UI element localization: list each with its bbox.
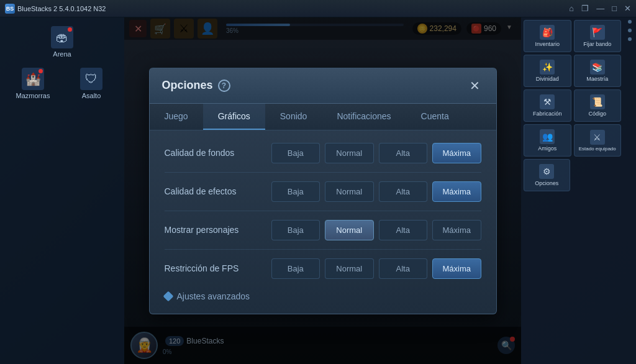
rp-estado-btn[interactable]: ⚔ Estado equipado	[574, 124, 622, 157]
window-copy-btn[interactable]: ❐	[581, 4, 589, 13]
setting-row-personajes: Mostrar personajes Baja Normal Alta Máxi…	[165, 220, 481, 240]
rp-fijar-wrap: 🚩 Fijar bando	[574, 20, 622, 52]
advanced-diamond-icon	[163, 291, 173, 301]
rp-fabricacion-btn[interactable]: ⚒ Fabricación	[524, 89, 571, 122]
mazmorras-icon: 🏰	[22, 68, 44, 90]
app-logo: BS BlueStacks 2 5.4.0.1042 N32	[5, 4, 106, 14]
tab-sonido[interactable]: Sonido	[265, 104, 322, 130]
rp-row-5: ⚙ Opciones	[524, 159, 621, 191]
rp-codigo-btn[interactable]: 📜 Código	[574, 89, 622, 122]
tab-notificaciones[interactable]: Notificaciones	[322, 104, 406, 130]
personajes-normal-btn[interactable]: Normal	[325, 220, 374, 240]
window-maximize-btn[interactable]: □	[612, 4, 617, 13]
divider-1	[165, 172, 481, 173]
efectos-alta-btn[interactable]: Alta	[379, 181, 428, 202]
personajes-maxima-btn[interactable]: Máxima	[432, 220, 481, 240]
rp-amigos-label: Amigos	[538, 145, 556, 152]
main-area: 🏟 Arena 🏰 Mazmorras 🛡 Asalto	[0, 17, 636, 364]
setting-row-fps: Restricción de FPS Baja Normal Alta Máxi…	[165, 258, 481, 279]
modal-header: Opciones ? ✕	[150, 68, 496, 104]
sidebar-item-label-mazmorras: Mazmorras	[16, 92, 50, 99]
app-title: BlueStacks 2 5.4.0.1042 N32	[17, 5, 106, 12]
rp-estado-label: Estado equipado	[579, 146, 616, 152]
rp-opciones-wrap: ⚙ Opciones	[524, 159, 621, 191]
left-sidebar: 🏟 Arena 🏰 Mazmorras 🛡 Asalto	[0, 17, 124, 364]
sidebar-dot-3	[628, 37, 632, 41]
rp-fabricacion-wrap: ⚒ Fabricación	[524, 89, 571, 122]
rp-amigos-btn[interactable]: 👥 Amigos	[524, 124, 571, 157]
modal-title-text: Opciones	[162, 79, 213, 92]
sidebar-item-arena[interactable]: 🏟 Arena	[34, 22, 90, 61]
window-minimize-btn[interactable]: —	[596, 4, 604, 13]
rp-maestria-wrap: 📚 Maestría	[574, 55, 622, 87]
rp-divinidad-wrap: ✨ Divinidad	[524, 55, 571, 87]
fondos-normal-btn[interactable]: Normal	[325, 143, 374, 163]
modal-help-button[interactable]: ?	[218, 80, 230, 92]
rp-inventario-wrap: 🎒 Inventario	[524, 20, 571, 52]
fondos-baja-btn[interactable]: Baja	[271, 143, 320, 163]
rp-divinidad-btn[interactable]: ✨ Divinidad	[524, 55, 571, 87]
fps-maxima-btn[interactable]: Máxima	[432, 258, 481, 279]
tab-cuenta[interactable]: Cuenta	[406, 104, 464, 130]
sidebar-item-mazmorras[interactable]: 🏰 Mazmorras	[5, 64, 61, 103]
setting-row-fondos: Calidad de fondos Baja Normal Alta Máxim…	[165, 143, 481, 163]
sidebar-item-label-arena: Arena	[53, 50, 71, 58]
rp-row-2: ✨ Divinidad 📚 Maestría	[524, 55, 621, 87]
rp-inventario-btn[interactable]: 🎒 Inventario	[524, 20, 571, 52]
sidebar-row-2: 🏰 Mazmorras 🛡 Asalto	[5, 64, 119, 103]
setting-buttons-fps: Baja Normal Alta Máxima	[271, 258, 481, 279]
setting-label-fondos: Calidad de fondos	[165, 148, 264, 158]
efectos-normal-btn[interactable]: Normal	[325, 181, 374, 202]
fps-baja-btn[interactable]: Baja	[271, 258, 320, 279]
fps-normal-btn[interactable]: Normal	[325, 258, 374, 279]
rp-opciones-btn[interactable]: ⚙ Opciones	[524, 159, 570, 191]
window-home-btn[interactable]: ⌂	[569, 4, 574, 13]
arena-notification-dot	[68, 27, 72, 32]
setting-buttons-personajes: Baja Normal Alta Máxima	[271, 220, 481, 240]
sidebar-item-label-asalto: Asalto	[82, 92, 101, 99]
advanced-settings-label: Ajustes avanzados	[177, 291, 250, 301]
fondos-alta-btn[interactable]: Alta	[379, 143, 428, 163]
setting-row-efectos: Calidad de efectos Baja Normal Alta Máxi…	[165, 181, 481, 202]
right-panel: 🎒 Inventario 🚩 Fijar bando ✨ Divinidad	[521, 17, 624, 364]
maestria-icon: 📚	[590, 60, 605, 75]
efectos-maxima-btn[interactable]: Máxima	[432, 181, 481, 202]
game-area: ✕ 🛒 ⚔ 👤 36% 🪙 232,294 🔴 960	[124, 17, 521, 364]
setting-label-fps: Restricción de FPS	[165, 263, 264, 273]
efectos-baja-btn[interactable]: Baja	[271, 181, 320, 202]
rp-fijar-btn[interactable]: 🚩 Fijar bando	[574, 20, 622, 52]
advanced-settings-toggle[interactable]: Ajustes avanzados	[165, 291, 481, 301]
fondos-maxima-btn[interactable]: Máxima	[432, 143, 481, 163]
sidebar-dot-1	[628, 20, 632, 24]
modal-close-button[interactable]: ✕	[466, 77, 484, 94]
tab-juego[interactable]: Juego	[150, 104, 203, 130]
fabricacion-icon: ⚒	[540, 94, 555, 109]
rp-row-3: ⚒ Fabricación 📜 Código	[524, 89, 621, 122]
modal-overlay: Opciones ? ✕ Juego Gráficos	[124, 17, 521, 364]
rp-estado-wrap: ⚔ Estado equipado	[574, 124, 622, 157]
setting-buttons-fondos: Baja Normal Alta Máxima	[271, 143, 481, 163]
sidebar-dot-2	[628, 29, 632, 32]
divider-3	[165, 249, 481, 250]
rp-fijar-label: Fijar bando	[583, 41, 611, 47]
tab-graficos[interactable]: Gráficos	[203, 104, 265, 130]
asalto-icon: 🛡	[80, 68, 102, 90]
rp-row-1: 🎒 Inventario 🚩 Fijar bando	[524, 20, 621, 52]
window-close-btn[interactable]: ✕	[624, 4, 631, 13]
rp-opciones-label: Opciones	[535, 180, 558, 186]
fps-alta-btn[interactable]: Alta	[379, 258, 428, 279]
modal-title-container: Opciones ?	[162, 79, 230, 92]
personajes-baja-btn[interactable]: Baja	[271, 220, 320, 240]
rp-fabricacion-label: Fabricación	[533, 111, 562, 117]
sidebar-item-asalto[interactable]: 🛡 Asalto	[63, 64, 119, 103]
setting-label-efectos: Calidad de efectos	[165, 186, 264, 196]
fijar-icon: 🚩	[590, 25, 605, 40]
setting-buttons-efectos: Baja Normal Alta Máxima	[271, 181, 481, 202]
modal-body: Calidad de fondos Baja Normal Alta Máxim…	[150, 130, 496, 314]
rp-maestria-btn[interactable]: 📚 Maestría	[574, 55, 622, 87]
rp-amigos-wrap: 👥 Amigos	[524, 124, 571, 157]
options-modal: Opciones ? ✕ Juego Gráficos	[149, 68, 497, 314]
divider-2	[165, 211, 481, 211]
personajes-alta-btn[interactable]: Alta	[379, 220, 428, 240]
rp-codigo-wrap: 📜 Código	[574, 89, 622, 122]
